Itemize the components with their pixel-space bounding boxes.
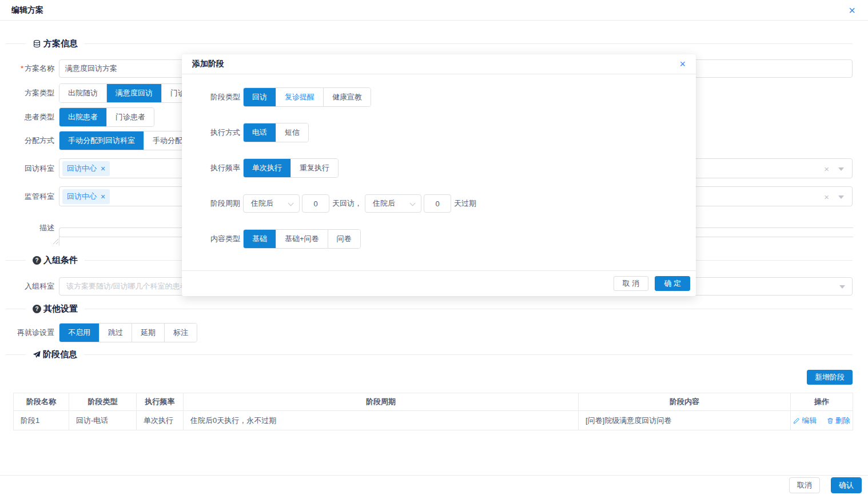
modal-header: 添加阶段 × <box>182 54 696 74</box>
visit-ref-value: 住院后 <box>251 198 273 209</box>
stage-table-header-row: 阶段名称 阶段类型 执行频率 阶段周期 阶段内容 操作 <box>14 393 853 411</box>
section-title-stage: 阶段信息 <box>43 349 77 360</box>
exec-freq-label: 执行频率 <box>182 163 243 173</box>
col-stage-type: 阶段类型 <box>69 393 137 411</box>
send-icon <box>33 350 41 358</box>
exec-freq-option-repeat[interactable]: 重复执行 <box>290 159 338 177</box>
supervise-dept-tag: 回访中心 × <box>62 189 110 204</box>
table-row: 阶段1 回访-电话 单次执行 住院后0天执行，永不过期 [问卷]院级满意度回访问… <box>14 411 853 430</box>
exec-method-option-sms[interactable]: 短信 <box>276 123 308 142</box>
revisit-setting-option-skip[interactable]: 跳过 <box>99 324 132 342</box>
section-stage: 阶段信息 <box>0 348 868 361</box>
section-other: ? 其他设置 <box>0 302 868 316</box>
expire-days-suffix: 天过期 <box>454 198 476 209</box>
revisit-setting-label: 再就诊设置 <box>0 328 59 338</box>
question-icon: ? <box>33 256 41 265</box>
revisit-setting-option-disabled[interactable]: 不启用 <box>59 324 99 342</box>
exec-freq-option-once[interactable]: 单次执行 <box>244 159 290 177</box>
question-icon: ? <box>33 305 41 313</box>
stage-type-option-followup[interactable]: 回访 <box>244 88 276 106</box>
modal-confirm-button[interactable]: 确 定 <box>655 276 690 291</box>
edit-link[interactable]: 编辑 <box>793 416 817 426</box>
visit-days-input[interactable] <box>302 194 329 213</box>
col-stage-name: 阶段名称 <box>14 393 69 411</box>
patient-type-option-outpatient[interactable]: 门诊患者 <box>106 108 154 126</box>
database-icon <box>33 39 41 48</box>
col-exec-freq: 执行频率 <box>137 393 184 411</box>
plan-type-group: 出院随访 满意度回访 门诊 <box>59 83 194 103</box>
edit-plan-dialog: 编辑方案 × 方案信息 *方案名称 方案类型 <box>0 0 868 21</box>
patient-type-group: 出院患者 门诊患者 <box>59 107 154 127</box>
clear-icon[interactable]: × <box>824 164 829 173</box>
plan-type-option-satisfaction[interactable]: 满意度回访 <box>106 84 161 102</box>
enroll-dept-placeholder: 该方案要随访/回访哪几个科室的患者 <box>66 281 188 292</box>
caret-down-icon[interactable] <box>838 195 844 199</box>
add-stage-button[interactable]: 新增阶段 <box>807 370 853 385</box>
dialog-title: 编辑方案 <box>11 5 43 15</box>
plan-type-option-discharge-followup[interactable]: 出院随访 <box>59 84 106 102</box>
caret-down-icon[interactable] <box>838 167 844 171</box>
patient-type-label: 患者类型 <box>0 112 59 122</box>
revisit-setting-option-delay[interactable]: 延期 <box>132 324 164 342</box>
expire-ref-select[interactable]: 住院后 <box>365 194 421 213</box>
exec-method-option-phone[interactable]: 电话 <box>244 123 276 142</box>
chevron-down-icon <box>288 201 294 206</box>
assign-method-option-dept[interactable]: 手动分配到回访科室 <box>59 131 144 150</box>
revisit-setting-row: 再就诊设置 不启用 跳过 延期 标注 <box>0 323 868 342</box>
exec-freq-row: 执行频率 单次执行 重复执行 <box>182 158 696 178</box>
col-stage-content: 阶段内容 <box>579 393 791 411</box>
required-mark: * <box>21 64 23 73</box>
stage-type-label: 阶段类型 <box>182 92 243 102</box>
dialog-titlebar: 编辑方案 × <box>0 0 868 21</box>
revisit-setting-option-mark[interactable]: 标注 <box>164 324 197 342</box>
stage-cycle-label: 阶段周期 <box>182 198 243 209</box>
pencil-icon <box>793 417 800 424</box>
tag-remove-icon[interactable]: × <box>101 165 105 173</box>
stage-type-option-revisit-reminder[interactable]: 复诊提醒 <box>276 88 323 106</box>
content-type-label: 内容类型 <box>182 234 243 244</box>
revisit-dept-label: 回访科室 <box>0 163 59 174</box>
modal-close-icon[interactable]: × <box>679 59 686 69</box>
delete-link[interactable]: 删除 <box>827 416 850 426</box>
cell-stage-cycle: 住院后0天执行，永不过期 <box>184 411 579 430</box>
tag-remove-icon[interactable]: × <box>101 193 105 201</box>
stage-type-group: 回访 复诊提醒 健康宣教 <box>243 87 371 107</box>
cell-stage-content: [问卷]院级满意度回访问卷 <box>579 411 791 430</box>
add-stage-row: 新增阶段 <box>0 370 868 385</box>
exec-method-group: 电话 短信 <box>243 123 309 142</box>
section-title-other: 其他设置 <box>43 304 78 314</box>
clear-icon[interactable]: × <box>824 192 829 201</box>
expire-days-input[interactable] <box>424 194 451 213</box>
close-icon[interactable]: × <box>849 5 857 16</box>
resize-handle-icon[interactable] <box>52 238 58 244</box>
section-title-enroll: 入组条件 <box>43 255 78 266</box>
assign-method-label: 分配方式 <box>0 135 59 146</box>
cell-stage-name: 阶段1 <box>14 411 69 430</box>
visit-days-suffix: 天回访， <box>332 198 362 209</box>
content-type-option-questionnaire[interactable]: 问卷 <box>328 230 360 248</box>
patient-type-option-discharged[interactable]: 出院患者 <box>59 108 106 126</box>
content-type-option-basic-questionnaire[interactable]: 基础+问卷 <box>276 230 328 248</box>
modal-cancel-button[interactable]: 取 消 <box>614 276 649 291</box>
cell-exec-freq: 单次执行 <box>137 411 184 430</box>
cell-stage-type: 回访-电话 <box>69 411 137 430</box>
cancel-button[interactable]: 取消 <box>789 477 820 493</box>
caret-down-icon[interactable] <box>839 285 845 289</box>
visit-ref-select[interactable]: 住院后 <box>243 194 300 213</box>
trash-icon <box>827 417 834 424</box>
col-stage-cycle: 阶段周期 <box>184 393 579 411</box>
stage-type-option-health-edu[interactable]: 健康宣教 <box>323 88 371 106</box>
description-label: 描述 <box>0 223 59 233</box>
section-plan-info: 方案信息 <box>0 37 868 50</box>
content-type-option-basic[interactable]: 基础 <box>244 230 276 248</box>
plan-name-label: *方案名称 <box>0 63 59 74</box>
supervise-dept-label: 监管科室 <box>0 191 59 202</box>
stage-type-row: 阶段类型 回访 复诊提醒 健康宣教 <box>182 87 696 107</box>
stage-table: 阶段名称 阶段类型 执行频率 阶段周期 阶段内容 操作 阶段1 回访-电话 单次… <box>13 393 853 430</box>
confirm-button[interactable]: 确认 <box>831 477 862 493</box>
modal-body: 阶段类型 回访 复诊提醒 健康宣教 执行方式 电话 短信 执行频率 单次执行 <box>182 74 696 249</box>
content-type-group: 基础 基础+问卷 问卷 <box>243 229 361 249</box>
exec-freq-group: 单次执行 重复执行 <box>243 158 339 178</box>
revisit-setting-group: 不启用 跳过 延期 标注 <box>59 323 197 342</box>
modal-footer: 取 消 确 定 <box>182 270 696 296</box>
